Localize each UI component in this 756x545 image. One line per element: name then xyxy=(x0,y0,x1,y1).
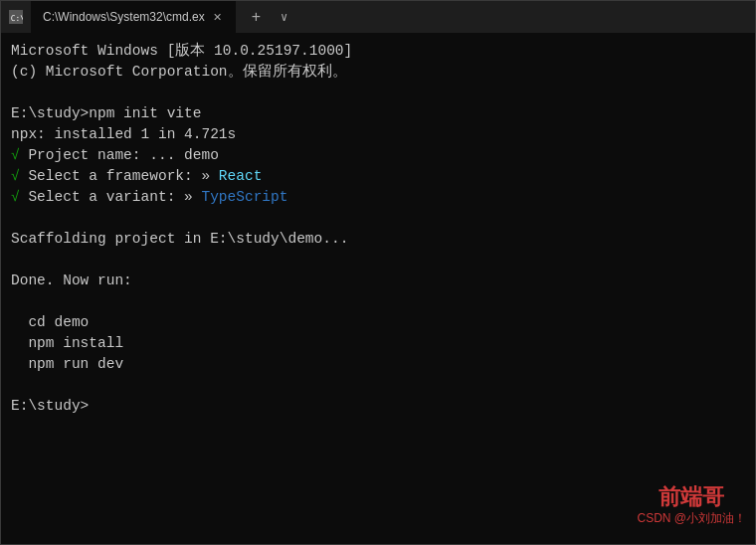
check-2: √ xyxy=(11,168,28,184)
terminal-line-16: npm run dev xyxy=(11,354,745,375)
terminal-window: C:\ C:\Windows\System32\cmd.ex ✕ + ∨ Mic… xyxy=(0,0,756,545)
close-tab-button[interactable]: ✕ xyxy=(211,11,224,24)
terminal-line-17 xyxy=(11,375,745,396)
project-name-line: Project name: ... demo xyxy=(28,147,218,163)
framework-label: Select a framework: » xyxy=(28,168,218,184)
cmd-icon: C:\ xyxy=(9,10,23,24)
terminal-line-14: cd demo xyxy=(11,312,745,333)
dropdown-button[interactable]: ∨ xyxy=(277,10,291,25)
terminal-line-9 xyxy=(11,208,745,229)
terminal-line-18: E:\study> xyxy=(11,396,745,417)
terminal-line-10: Scaffolding project in E:\study\demo... xyxy=(11,229,745,250)
variant-label: Select a variant: » xyxy=(28,189,201,205)
check-1: √ xyxy=(11,147,28,163)
framework-value: React xyxy=(219,168,263,184)
tab-label: C:\Windows\System32\cmd.ex xyxy=(43,10,205,24)
svg-text:C:\: C:\ xyxy=(11,14,23,23)
terminal-line-12: Done. Now run: xyxy=(11,271,745,291)
terminal-line-11 xyxy=(11,250,745,271)
terminal-line-3 xyxy=(11,83,745,103)
variant-value: TypeScript xyxy=(201,189,287,205)
watermark: 前端哥 CSDN @小刘加油！ xyxy=(637,484,746,525)
terminal-line-6: √ Project name: ... demo xyxy=(11,145,745,166)
check-3: √ xyxy=(11,189,28,205)
terminal-line-7: √ Select a framework: » React xyxy=(11,166,745,187)
title-bar: C:\ C:\Windows\System32\cmd.ex ✕ + ∨ xyxy=(1,1,755,33)
watermark-line2: CSDN @小刘加油！ xyxy=(637,511,746,525)
terminal-line-1: Microsoft Windows [版本 10.0.25197.1000] xyxy=(11,41,745,62)
terminal-line-4: E:\study>npm init vite xyxy=(11,103,745,124)
terminal-line-15: npm install xyxy=(11,333,745,354)
terminal-line-5: npx: installed 1 in 4.721s xyxy=(11,124,745,145)
active-tab[interactable]: C:\Windows\System32\cmd.ex ✕ xyxy=(31,1,236,33)
new-tab-button[interactable]: + xyxy=(244,8,269,26)
terminal-line-13 xyxy=(11,291,745,312)
terminal-line-8: √ Select a variant: » TypeScript xyxy=(11,187,745,208)
terminal-body: Microsoft Windows [版本 10.0.25197.1000] (… xyxy=(1,33,755,544)
watermark-line1: 前端哥 xyxy=(637,484,746,510)
terminal-line-2: (c) Microsoft Corporation。保留所有权利。 xyxy=(11,62,745,83)
